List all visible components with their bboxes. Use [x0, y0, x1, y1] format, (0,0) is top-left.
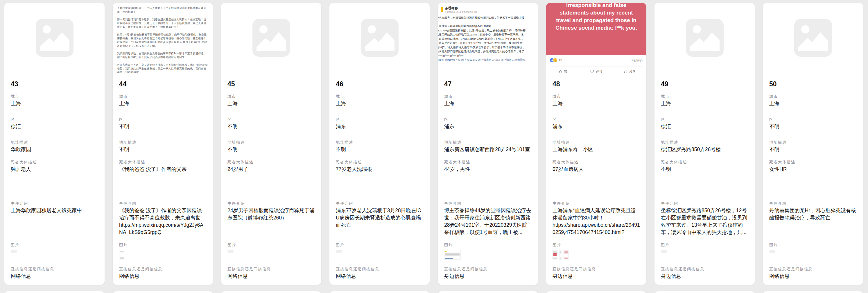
deceased-label: 死者大体描述 [336, 159, 423, 165]
deceased-value: 独居老人 [11, 166, 98, 173]
image-label: 图片 [336, 242, 423, 248]
address-value: 不明 [119, 146, 207, 153]
next-card-top[interactable] [763, 291, 863, 293]
card-image-area[interactable] [330, 3, 430, 73]
city-label: 城市 [227, 94, 315, 99]
event-label: 事件介绍 [769, 201, 857, 206]
image-label: 图片 [769, 242, 857, 248]
image-label: 图片 [661, 242, 748, 248]
source-label: 直接信息还是间接信息 [769, 267, 857, 272]
deceased-value: 44岁，男性 [444, 166, 532, 173]
city-value: 上海 [119, 100, 207, 107]
image-attachment-thumb[interactable] [564, 250, 568, 260]
next-row-preview [4, 291, 863, 293]
records-board: 43 城市 上海 区 徐汇 地址描述 华欣家园 死者大体描述 独居老人 事件介绍… [0, 0, 868, 293]
record-number: 50 [769, 80, 777, 88]
next-card-top[interactable] [330, 291, 430, 293]
event-label: 事件介绍 [227, 201, 315, 206]
card-image-area[interactable]: 人都没有这样的机会。一个病人需要几十个人的同时帮助和关怀才有可能获得一丝的机会！… [113, 3, 213, 73]
district-label: 区 [227, 117, 315, 122]
record-card-45[interactable]: 45 城市 上海 区 不明 地址描述 不明 死者大体描述 24岁男子 事件介绍 … [221, 3, 321, 285]
comment-button[interactable]: 评论 [580, 68, 613, 73]
event-label: 事件介绍 [444, 201, 532, 206]
city-value: 上海 [769, 100, 857, 107]
placeholder-image-icon [36, 19, 73, 57]
image-attachment-thumb[interactable] [661, 250, 667, 253]
weibo-post-text: 一名志愿者，昨日我投入路浦西核酸检测的队伍，但是累了一天后晚上接 。 哥家住浦东… [438, 16, 538, 58]
card-image-area[interactable] [4, 3, 104, 73]
weibo-screenshot: 茶香禅静 4-2 02:31 来自 iPhone客户端 一名志愿者，昨日我投入路… [438, 3, 538, 73]
share-button[interactable]: 分享 [613, 68, 646, 73]
card-image-area[interactable]: irresponsible and false statements about… [546, 3, 646, 73]
record-card-50[interactable]: 50 城市 上海 区 不明 地址描述 不明 死者大体描述 女性HR 事件介绍 丹… [763, 3, 863, 285]
image-attachment-thumb[interactable] [336, 250, 342, 253]
source-value: 网络信息 [336, 273, 423, 280]
surprised-reaction-icon [553, 58, 557, 62]
record-card-43[interactable]: 43 城市 上海 区 徐汇 地址描述 华欣家园 死者大体描述 独居老人 事件介绍… [4, 3, 104, 285]
address-value: 不明 [336, 146, 423, 153]
statement-text: irresponsible and false statements about… [546, 3, 646, 32]
image-label: 图片 [444, 242, 532, 248]
event-label: 事件介绍 [11, 201, 98, 206]
deceased-label: 死者大体描述 [11, 159, 98, 165]
record-number: 46 [336, 80, 343, 88]
district-value: 徐汇 [11, 123, 98, 130]
source-label: 直接信息还是间接信息 [336, 267, 423, 272]
image-attachment-thumb[interactable] [559, 250, 562, 260]
image-attachment-thumb[interactable] [444, 250, 461, 260]
reaction-count: 19 [559, 58, 562, 62]
address-label: 地址描述 [553, 140, 640, 145]
card-image-area[interactable] [654, 3, 755, 73]
event-label: 事件介绍 [336, 201, 423, 206]
record-number: 49 [661, 80, 669, 88]
image-attachment-thumb[interactable] [769, 250, 775, 253]
avatar [441, 7, 443, 11]
like-button[interactable]: 赞 [546, 68, 580, 73]
comments-count[interactable]: 7条评论 [631, 59, 643, 63]
record-card-49[interactable]: 49 城市 上海 区 徐汇 地址描述 徐汇区罗秀路850弄26号楼 死者大体描述… [654, 3, 755, 285]
address-value: 上海浦东寿二小区 [553, 146, 640, 153]
source-label: 直接信息还是间接信息 [119, 267, 207, 272]
address-label: 地址描述 [119, 140, 207, 145]
city-value: 上海 [227, 100, 315, 107]
next-card-top[interactable] [221, 291, 321, 293]
record-card-48[interactable]: irresponsible and false statements about… [546, 3, 646, 285]
city-value: 上海 [553, 100, 640, 107]
image-attachment-thumb[interactable] [553, 250, 557, 260]
image-attachment-thumb[interactable] [11, 250, 17, 253]
record-card-47[interactable]: 茶香禅静 4-2 02:31 来自 iPhone客户端 一名志愿者，昨日我投入路… [438, 3, 538, 285]
source-value: 身边信息 [661, 273, 748, 280]
card-image-area[interactable] [763, 3, 863, 73]
district-label: 区 [336, 117, 423, 122]
address-label: 地址描述 [769, 140, 857, 145]
record-card-46[interactable]: 46 城市 上海 区 浦东 地址描述 不明 死者大体描述 77岁老人沈瑞根 事件… [330, 3, 430, 285]
weibo-timestamp: 4-2 02:31 来自 iPhone客户端 [445, 10, 477, 14]
next-card-top[interactable] [4, 291, 104, 293]
image-label: 图片 [119, 242, 207, 248]
article-screenshot: 人都没有这样的机会。一个病人需要几十个人的同时帮助和关怀才有可能获得一丝的机会！… [113, 3, 213, 73]
district-value: 不明 [769, 123, 857, 130]
next-card-top[interactable] [113, 291, 213, 293]
next-card-top[interactable] [654, 291, 755, 293]
comment-bubble-icon [590, 69, 594, 73]
next-card-top[interactable] [546, 291, 646, 293]
deceased-value: 《我的爸爸 没了》作者的父亲 [119, 166, 207, 173]
city-label: 城市 [553, 94, 640, 99]
image-label: 图片 [227, 242, 315, 248]
city-label: 城市 [769, 94, 857, 99]
address-label: 地址描述 [11, 140, 98, 145]
event-value: 上海浦东*血透病人延误治疗致死且遗体滞留家中约30小时！ https://sha… [553, 207, 640, 236]
event-label: 事件介绍 [119, 201, 207, 206]
image-attachment-thumb[interactable] [227, 250, 234, 253]
event-value: 24岁男子因核酸而延误治疗而猝死于浦东医院（微博@红茶260） [227, 207, 315, 222]
placeholder-image-icon [252, 19, 290, 57]
address-label: 地址描述 [661, 140, 748, 145]
record-number: 44 [119, 80, 127, 88]
record-card-44[interactable]: 人都没有这样的机会。一个病人需要几十个人的同时帮助和关怀才有可能获得一丝的机会！… [113, 3, 213, 285]
image-attachment-thumb[interactable] [119, 250, 125, 260]
city-value: 上海 [444, 100, 532, 107]
source-value: 网络信息 [769, 273, 857, 280]
card-image-area[interactable] [221, 3, 321, 73]
next-card-top[interactable] [438, 291, 538, 293]
card-image-area[interactable]: 茶香禅静 4-2 02:31 来自 iPhone客户端 一名志愿者，昨日我投入路… [438, 3, 538, 73]
